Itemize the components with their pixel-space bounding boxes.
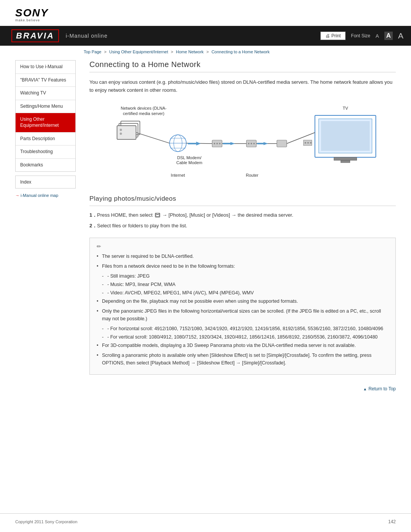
sidebar-item-bookmarks[interactable]: Bookmarks [16, 159, 75, 172]
step-2-number: 2． [89, 222, 97, 230]
sidebar-item-watching-tv[interactable]: Watching TV [16, 87, 75, 100]
svg-text:Internet: Internet [171, 173, 185, 177]
note-item-sub-4: - For horizontal scroll: 4912/1080, 7152… [97, 325, 389, 332]
svg-point-44 [307, 142, 309, 144]
note-item-1: The server is required to be DLNA-certif… [97, 252, 389, 260]
sidebar-item-label: Parts Description [20, 136, 55, 141]
footer-page-number: 142 [388, 519, 396, 524]
nav-bar-right: 🖨 Print Font Size A A A [320, 31, 403, 40]
svg-text:TV: TV [342, 106, 348, 110]
nav-title: i-Manual online [66, 33, 108, 39]
print-button[interactable]: 🖨 Print [320, 32, 346, 40]
svg-rect-38 [334, 157, 357, 160]
sidebar-item-label: How to Use i-Manual [20, 64, 62, 69]
sidebar-item-label: Watching TV [20, 90, 46, 96]
svg-text:certified media server): certified media server) [123, 111, 164, 116]
svg-text:Cable Modem: Cable Modem [176, 160, 202, 165]
footer: Copyright 2011 Sony Corporation 142 [0, 513, 411, 530]
page-wrapper: SONY make.believe BRAVIA i-Manual online… [0, 0, 411, 532]
bravia-logo: BRAVIA [11, 29, 59, 42]
sidebar-item-label: "BRAVIA" TV Features [20, 77, 66, 83]
sidebar-item-bravia-features[interactable]: "BRAVIA" TV Features [16, 74, 75, 87]
print-label: Print [331, 33, 341, 38]
note-pencil-icon: ✏ [97, 243, 389, 249]
svg-point-25 [251, 143, 252, 144]
svg-point-6 [120, 133, 122, 135]
note-item-sub-1: - Still images: JPEG [97, 272, 389, 280]
step-1-text: Press HOME, then select → [Photos], [Mus… [97, 212, 293, 218]
nav-bar: BRAVIA i-Manual online 🖨 Print Font Size… [0, 26, 411, 46]
sub-section-title: Playing photos/music/videos [89, 195, 396, 206]
breadcrumb: Top Page > Using Other Equipment/Interne… [0, 46, 411, 56]
network-diagram: Network devices (DLNA- certified media s… [89, 102, 396, 186]
print-icon: 🖨 [325, 33, 330, 38]
step-1: 1． Press HOME, then select → [Photos], [… [89, 211, 396, 219]
breadcrumb-sep2: > [171, 50, 173, 54]
sidebar-item-using-other[interactable]: Using Other Equipment/Internet [16, 113, 75, 132]
svg-text:DSL Modem/: DSL Modem/ [177, 155, 202, 160]
font-size-label: Font Size [351, 33, 370, 38]
sidebar-nav: How to Use i-Manual "BRAVIA" TV Features… [15, 60, 76, 172]
main-layout: How to Use i-Manual "BRAVIA" TV Features… [0, 56, 411, 513]
home-icon [155, 213, 160, 217]
svg-rect-22 [188, 143, 196, 144]
sony-logo: SONY make.believe [15, 7, 396, 22]
note-item-sub-2: - Music: MP3, linear PCM, WMA [97, 281, 389, 288]
sidebar-index[interactable]: Index [15, 176, 76, 189]
sidebar: How to Use i-Manual "BRAVIA" TV Features… [15, 56, 82, 513]
nav-bar-left: BRAVIA i-Manual online [11, 29, 108, 42]
steps-list: 1． Press HOME, then select → [Photos], [… [89, 211, 396, 230]
breadcrumb-level3[interactable]: Home Network [176, 50, 204, 54]
intro-text: You can enjoy various content (e.g. phot… [89, 78, 396, 94]
note-box: ✏ The server is required to be DLNA-cert… [89, 238, 396, 375]
sidebar-item-troubleshooting[interactable]: Troubleshooting [16, 145, 75, 159]
note-item-2: Files from a network device need to be i… [97, 262, 389, 270]
breadcrumb-sep1: > [104, 50, 107, 54]
sidebar-map-link[interactable]: → i-Manual online map [15, 193, 76, 198]
svg-rect-29 [223, 143, 231, 144]
sidebar-item-label: Troubleshooting [20, 149, 53, 154]
sidebar-index-label: Index [20, 179, 31, 185]
step-1-number: 1． [89, 211, 97, 219]
triangle-up-icon: ▲ [363, 387, 367, 391]
sidebar-item-parts-desc[interactable]: Parts Description [16, 133, 75, 146]
breadcrumb-current: Connecting to a Home Network [212, 50, 270, 54]
footer-copyright: Copyright 2011 Sony Corporation [15, 519, 77, 524]
svg-point-17 [214, 143, 215, 144]
breadcrumb-top-page[interactable]: Top Page [84, 50, 101, 54]
sony-tagline: make.believe [15, 18, 40, 22]
svg-rect-47 [156, 214, 159, 217]
breadcrumb-sep3: > [206, 50, 209, 54]
return-to-top[interactable]: ▲ Return to Top [89, 382, 396, 398]
svg-text:Network devices (DLNA-: Network devices (DLNA- [121, 106, 167, 110]
top-bar: SONY make.believe [0, 0, 411, 26]
note-item-4: Only the panoramic JPEG files in the fol… [97, 307, 389, 323]
svg-point-43 [305, 142, 306, 144]
svg-marker-21 [196, 142, 201, 145]
note-item-6: Scrolling a panoramic photo is available… [97, 351, 389, 367]
svg-point-5 [120, 129, 122, 131]
font-size-small-button[interactable]: A [376, 33, 379, 39]
sony-brand-text: SONY [15, 7, 48, 19]
sidebar-item-how-to-use[interactable]: How to Use i-Manual [16, 61, 75, 74]
sidebar-item-label: Settings/Home Menu [20, 104, 63, 109]
svg-rect-39 [341, 160, 350, 163]
svg-rect-31 [277, 140, 287, 147]
sidebar-item-label: Using Other Equipment/Internet [20, 117, 59, 128]
font-size-medium-button[interactable]: A [384, 32, 393, 40]
step-2-text: Select files or folders to play from the… [97, 223, 187, 228]
sidebar-item-settings-home[interactable]: Settings/Home Menu [16, 100, 75, 113]
svg-rect-34 [257, 143, 266, 144]
svg-point-26 [253, 143, 255, 144]
arrow-right-icon: → [15, 193, 19, 198]
breadcrumb-level2[interactable]: Using Other Equipment/Internet [109, 50, 168, 54]
note-bullets-list: The server is required to be DLNA-certif… [97, 252, 389, 367]
svg-rect-40 [321, 121, 370, 151]
svg-line-15 [136, 133, 170, 143]
sidebar-item-label: Bookmarks [20, 162, 43, 168]
svg-point-18 [217, 143, 218, 144]
content-area: Connecting to a Home Network You can enj… [82, 56, 396, 513]
font-size-large-button[interactable]: A [398, 31, 403, 40]
note-item-3: Depending on the file, playback may not … [97, 297, 389, 305]
return-to-top-label: Return to Top [368, 386, 396, 391]
